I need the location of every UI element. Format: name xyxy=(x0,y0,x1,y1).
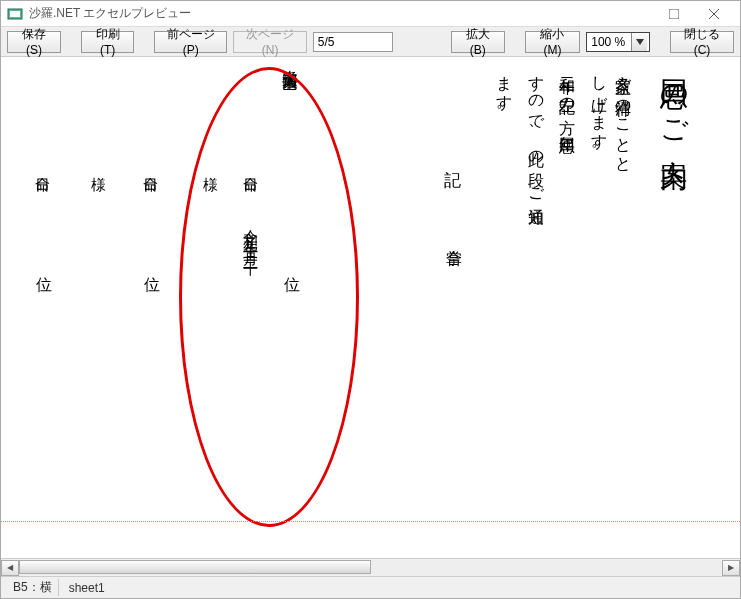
date-col: 令和元年十二月三十一 xyxy=(241,217,260,257)
zoom-select[interactable]: 100 % xyxy=(586,32,650,52)
dropdown-arrow-icon xyxy=(631,33,647,51)
position-unit-3: 位 xyxy=(36,275,52,296)
scroll-track[interactable] xyxy=(19,560,722,576)
minimize-button[interactable] xyxy=(614,2,654,26)
zoom-value: 100 % xyxy=(591,35,625,49)
preview-area: 回忌のご案内 家益々ご清祥のことと し上げます。 和二年 左記の方 年回忌に す… xyxy=(1,57,740,558)
close-preview-button[interactable]: 閉じる(C) xyxy=(670,31,734,53)
close-button[interactable] xyxy=(694,2,734,26)
doc-name: 山秀道大居士 xyxy=(279,57,300,63)
sama-label-2: 様 xyxy=(89,165,108,167)
status-sheet: sheet1 xyxy=(69,581,105,595)
doc-body-1: 家益々ご清祥のことと xyxy=(610,65,636,165)
next-page-button: 次ページ(N) xyxy=(233,31,307,53)
toolbar: 保存(S) 印刷(T) 前ページ(P) 次ページ(N) 拡大(B) 縮小(M) … xyxy=(1,27,740,57)
svg-rect-1 xyxy=(10,11,20,17)
doc-title: 回忌のご案内 xyxy=(654,57,692,145)
position-unit-1: 位 xyxy=(284,275,300,296)
page-field[interactable] xyxy=(313,32,393,52)
scroll-right-icon[interactable]: ▶ xyxy=(722,560,740,576)
horizontal-scrollbar[interactable]: ◀ ▶ xyxy=(1,558,740,576)
app-icon xyxy=(7,6,23,22)
maximize-button[interactable] xyxy=(654,2,694,26)
svg-marker-5 xyxy=(636,39,644,45)
red-annotation-circle xyxy=(179,67,359,527)
scroll-thumb[interactable] xyxy=(19,560,371,574)
status-cell: B5：横 xyxy=(7,579,59,596)
prev-page-button[interactable]: 前ページ(P) xyxy=(154,31,227,53)
doc-ki: 記 xyxy=(441,157,464,161)
meinichi-label-3: 命日 xyxy=(33,165,52,169)
zoom-in-button[interactable]: 拡大(B) xyxy=(451,31,505,53)
sama-label-1: 様 xyxy=(201,165,220,167)
title-bar: 沙羅.NET エクセルプレビュー xyxy=(1,1,740,27)
page-break-line xyxy=(1,521,740,522)
meinichi-label-2: 命日 xyxy=(141,165,160,169)
print-button[interactable]: 印刷(T) xyxy=(81,31,134,53)
window-title: 沙羅.NET エクセルプレビュー xyxy=(29,5,191,22)
scroll-left-icon[interactable]: ◀ xyxy=(1,560,19,576)
status-bar: B5：横 sheet1 xyxy=(1,576,740,598)
zoom-out-button[interactable]: 縮小(M) xyxy=(525,31,580,53)
meinichi-label-1: 命日 xyxy=(241,165,260,169)
doc-body-2: し上げます。 和二年 左記の方 年回忌に すので、此の段 ご通知 ます。 xyxy=(486,65,612,198)
save-button[interactable]: 保存(S) xyxy=(7,31,61,53)
position-unit-2: 位 xyxy=(144,275,160,296)
svg-rect-2 xyxy=(669,9,679,19)
